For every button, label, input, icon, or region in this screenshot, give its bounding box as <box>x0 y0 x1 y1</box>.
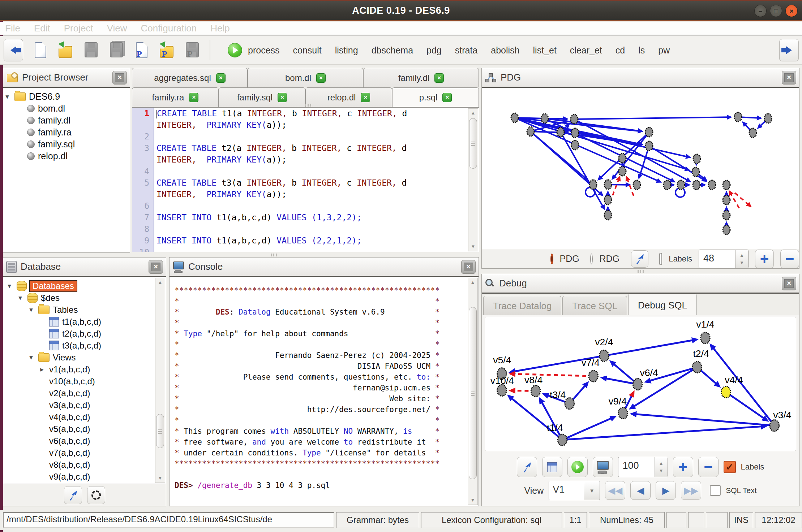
project-file-bom-dl[interactable]: bom.dl <box>3 103 130 114</box>
db-tree-item-v1-a-b-c-d[interactable]: ▸v1(a,b,c,d) <box>3 363 166 375</box>
db-tree-item-v4-a-b-c-d[interactable]: v4(a,b,c,d) <box>3 411 166 423</box>
db-tree-item-v10-a-b-c-d[interactable]: v10(a,b,c,d) <box>3 375 166 387</box>
minimize-button[interactable]: – <box>754 5 767 17</box>
toolbar-command-strata[interactable]: strata <box>455 45 478 56</box>
menu-item-configuration[interactable]: Configuration <box>141 23 197 34</box>
graph-node-t3[interactable] <box>565 398 574 409</box>
scroll-down-icon[interactable]: ▼ <box>468 496 477 505</box>
graph-node[interactable] <box>604 180 612 189</box>
menu-item-view[interactable]: View <box>107 23 127 34</box>
debug-zoom-out-button[interactable]: − <box>698 457 719 477</box>
collapse-arrow-icon[interactable]: ▸ <box>38 365 46 373</box>
graph-node[interactable] <box>723 211 730 220</box>
db-tree-item-v3-a-b-c-d[interactable]: v3(a,b,c,d) <box>3 399 166 411</box>
splitter-grip[interactable] <box>634 270 647 273</box>
pdg-zoom-out-button[interactable]: − <box>780 250 799 268</box>
graph-node[interactable] <box>693 180 700 190</box>
debug-refresh-button[interactable] <box>517 457 537 477</box>
toolbar-command-list-et[interactable]: list_et <box>533 45 557 56</box>
debug-close-button[interactable]: × <box>782 277 796 290</box>
graph-node-v2[interactable] <box>600 350 609 362</box>
graph-node[interactable] <box>541 114 548 123</box>
tab-relop-dl[interactable]: relop.dl× <box>305 87 392 107</box>
database-scroll-thumb[interactable] <box>156 414 164 448</box>
graph-node[interactable] <box>619 166 626 176</box>
debug-zoom-in-button[interactable]: + <box>673 457 693 477</box>
project-file-family-ra[interactable]: family.ra <box>3 126 130 138</box>
db-tree-item-t3-a-b-c-d[interactable]: t3(a,b,c,d) <box>3 339 166 351</box>
graph-node[interactable] <box>571 114 578 124</box>
debug-run-button[interactable] <box>567 457 588 477</box>
graph-node[interactable] <box>677 180 685 190</box>
spinner-up-icon[interactable]: ▲ <box>739 252 744 258</box>
tab-close-icon[interactable]: × <box>316 73 326 83</box>
db-tree-item-v7-a-b-c-d[interactable]: v7(a,b,c,d) <box>3 447 166 459</box>
first-view-button[interactable]: ◀◀ <box>605 481 625 500</box>
graph-node[interactable] <box>764 114 772 123</box>
toolbar-command-pdg[interactable]: pdg <box>426 45 442 56</box>
editor-scroll-thumb[interactable] <box>469 118 477 169</box>
database-refresh-button[interactable] <box>64 486 82 504</box>
debug-zoom-value[interactable]: 100 <box>618 457 655 477</box>
spinner-down-icon[interactable]: ▼ <box>659 468 664 473</box>
db-tree-item-v6-a-b-c-d[interactable]: v6(a,b,c,d) <box>3 435 166 447</box>
project-file-relop-dl[interactable]: relop.dl <box>3 150 130 162</box>
tab-close-icon[interactable]: × <box>442 93 452 102</box>
toolbar-command-dbschema[interactable]: dbschema <box>372 45 413 56</box>
tab-family-ra[interactable]: family.ra× <box>132 87 219 107</box>
graph-node-v7[interactable] <box>589 371 598 382</box>
db-tree-item-views[interactable]: ▾Views <box>3 351 166 363</box>
graph-node[interactable] <box>619 153 626 163</box>
sql-text-checkbox[interactable] <box>710 485 721 496</box>
graph-node[interactable] <box>646 127 653 137</box>
db-tree-item-tables[interactable]: ▾Tables <box>3 304 166 316</box>
tab-aggregates-sql[interactable]: aggregates.sql× <box>132 68 248 87</box>
toolbar-command-cd[interactable]: cd <box>616 45 625 56</box>
pdg-size-value[interactable]: 48 <box>699 250 735 268</box>
expand-arrow-icon[interactable]: ▾ <box>16 294 24 302</box>
save-project-button[interactable]: P <box>184 41 200 60</box>
back-button[interactable] <box>4 39 23 61</box>
db-tree-item-v8-a-b-c-d[interactable]: v8(a,b,c,d) <box>3 459 166 471</box>
graph-node[interactable] <box>664 180 671 190</box>
pdg-labels-checkbox[interactable] <box>659 253 662 265</box>
graph-node-v1[interactable] <box>701 332 710 344</box>
spinner-down-icon[interactable]: ▼ <box>739 260 744 265</box>
graph-node[interactable] <box>723 225 730 234</box>
graph-node-v10[interactable] <box>497 385 507 396</box>
toolbar-command-ls[interactable]: ls <box>638 45 645 56</box>
toolbar-command-process[interactable]: process <box>248 45 280 56</box>
graph-node[interactable] <box>511 113 518 122</box>
combo-dropdown-icon[interactable]: ▼ <box>584 481 600 500</box>
graph-node-v6[interactable] <box>633 379 642 390</box>
tab-close-icon[interactable]: × <box>278 93 287 102</box>
debug-labels-checkbox[interactable]: ✓ <box>724 461 736 473</box>
scroll-up-icon[interactable]: ▲ <box>468 278 477 287</box>
toolbar-command-listing[interactable]: listing <box>335 45 358 56</box>
graph-node[interactable] <box>692 167 699 177</box>
database-close-button[interactable]: × <box>149 260 163 274</box>
project-file-family-sql[interactable]: family.sql <box>3 138 130 150</box>
db-tree-item-des[interactable]: ▾$des <box>3 292 166 304</box>
console-close-button[interactable]: × <box>461 260 476 274</box>
project-browser-close-button[interactable]: × <box>112 71 127 85</box>
graph-node[interactable] <box>708 180 716 190</box>
forward-button[interactable] <box>779 39 799 61</box>
toolbar-command-clear-et[interactable]: clear_et <box>570 45 602 56</box>
menu-item-help[interactable]: Help <box>210 23 230 34</box>
next-view-button[interactable]: ▶ <box>656 481 676 500</box>
toolbar-command-abolish[interactable]: abolish <box>491 45 519 56</box>
graph-node[interactable] <box>589 180 597 189</box>
graph-node[interactable] <box>693 154 700 164</box>
tab-close-icon[interactable]: × <box>189 93 198 102</box>
graph-node[interactable] <box>633 180 640 190</box>
graph-node-v4[interactable] <box>721 386 731 398</box>
db-tree-item-databases[interactable]: ▾Databases <box>3 280 166 292</box>
database-restart-button[interactable] <box>87 486 105 504</box>
graph-node[interactable] <box>571 140 579 150</box>
graph-node-v8[interactable] <box>531 385 540 397</box>
graph-node[interactable] <box>571 128 579 138</box>
menu-item-edit[interactable]: Edit <box>34 23 50 34</box>
graph-node[interactable] <box>749 128 756 138</box>
scroll-up-icon[interactable]: ▲ <box>468 109 478 117</box>
